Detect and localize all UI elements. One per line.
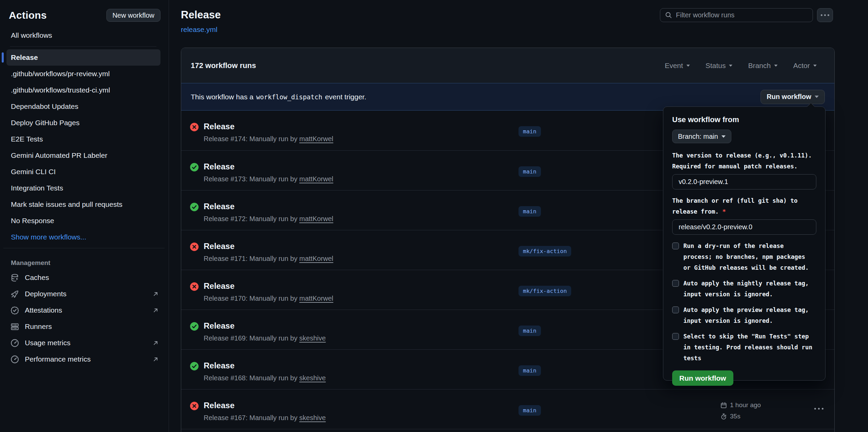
sidebar-divider (10, 46, 156, 47)
sidebar-item-all-workflows[interactable]: All workflows (6, 27, 160, 44)
sidebar-item-mark-stale-issues-and-pull-requests[interactable]: Mark stale issues and pull requests (6, 196, 160, 213)
run-description: Release #172: Manually run by mattKorwel (204, 215, 333, 223)
banner-text: This workflow has aworkflow_dispatcheven… (191, 93, 366, 101)
version-input-label: The version to release (e.g., v0.1.11). … (672, 150, 816, 172)
run-link[interactable]: ReleaseRelease #174: Manually run by mat… (190, 122, 333, 143)
run-title[interactable]: Release (204, 361, 326, 370)
actor-link[interactable]: mattKorwel (299, 295, 333, 302)
sidebar-item-performance-metrics[interactable]: Performance metrics (0, 351, 169, 367)
branch-badge[interactable]: main (518, 166, 541, 177)
checkbox-input-1[interactable] (672, 280, 679, 287)
branch-badge[interactable]: main (518, 365, 541, 376)
run-link[interactable]: ReleaseRelease #167: Manually run by ske… (190, 401, 326, 422)
filter-status[interactable]: Status (705, 62, 733, 70)
verified-icon (11, 306, 19, 315)
version-input[interactable] (672, 174, 816, 189)
checkbox-input-2[interactable] (672, 306, 679, 313)
checkbox-input-0[interactable] (672, 243, 679, 249)
sidebar-item-deployments[interactable]: Deployments (0, 286, 169, 302)
sidebar-item-deploy-github-pages[interactable]: Deploy GitHub Pages (6, 115, 160, 131)
run-title[interactable]: Release (204, 162, 333, 171)
actor-link[interactable]: skeshive (299, 334, 326, 342)
chevron-down-icon (729, 65, 732, 67)
run-title[interactable]: Release (204, 242, 333, 251)
new-workflow-button[interactable]: New workflow (106, 9, 160, 22)
actor-link[interactable]: skeshive (299, 374, 326, 382)
branch-badge[interactable]: main (518, 126, 541, 137)
runs-filters: EventStatusBranchActor (665, 62, 817, 70)
runs-header: 172 workflow runs EventStatusBranchActor (181, 48, 834, 83)
run-title[interactable]: Release (204, 202, 333, 211)
sidebar-item--github-workflows-trusted-ci-yml[interactable]: .github/workflows/trusted-ci.yml (6, 82, 160, 98)
branch-badge[interactable]: main (518, 206, 541, 217)
run-description: Release #167: Manually run by skeshive (204, 414, 326, 422)
sidebar-item-dependabot-updates[interactable]: Dependabot Updates (6, 98, 160, 115)
sidebar-item-release[interactable]: Release (6, 49, 160, 66)
panel-heading: Use workflow from (672, 115, 816, 124)
run-link[interactable]: ReleaseRelease #168: Manually run by ske… (190, 361, 326, 382)
workflow-dispatch-code: workflow_dispatch (256, 93, 322, 101)
run-description: Release #171: Manually run by mattKorwel (204, 255, 333, 263)
sidebar-item-e2e-tests[interactable]: E2E Tests (6, 131, 160, 147)
sidebar-title: Actions (9, 10, 47, 21)
filter-workflow-runs-box (660, 8, 813, 22)
run-workflow-dropdown-button[interactable]: Run workflow (761, 90, 825, 104)
sidebar-item-integration-tests[interactable]: Integration Tests (6, 180, 160, 196)
checkbox-label: Auto apply the nightly release tag, inpu… (683, 278, 813, 300)
branch-select-button[interactable]: Branch: main (672, 130, 731, 143)
actor-link[interactable]: mattKorwel (299, 215, 333, 222)
sidebar-divider (3, 248, 165, 248)
sidebar-item-runners[interactable]: Runners (0, 318, 169, 335)
actor-link[interactable]: mattKorwel (299, 175, 333, 183)
show-more-workflows-link[interactable]: Show more workflows... (6, 229, 160, 245)
check-circle-icon (190, 163, 199, 171)
actor-link[interactable]: skeshive (299, 414, 326, 421)
actor-link[interactable]: mattKorwel (299, 255, 333, 262)
checkbox-input-3[interactable] (672, 333, 679, 340)
required-asterisk: * (722, 208, 726, 215)
run-workflow-panel: Use workflow from Branch: main The versi… (663, 106, 826, 381)
panel-checkbox-row: Auto apply the nightly release tag, inpu… (672, 278, 816, 300)
ref-input[interactable] (672, 219, 816, 235)
run-link[interactable]: ReleaseRelease #169: Manually run by ske… (190, 321, 326, 342)
run-link[interactable]: ReleaseRelease #173: Manually run by mat… (190, 162, 333, 183)
sidebar-item-gemini-cli-ci[interactable]: Gemini CLI CI (6, 164, 160, 180)
run-link[interactable]: ReleaseRelease #172: Manually run by mat… (190, 202, 333, 223)
chevron-down-icon (721, 135, 726, 138)
workflow-options-kebab-button[interactable] (817, 8, 833, 22)
sidebar-item-label: Performance metrics (25, 355, 91, 363)
sidebar-item-usage-metrics[interactable]: Usage metrics (0, 335, 169, 351)
meter-icon (11, 355, 19, 364)
runs-count: 172 workflow runs (191, 61, 256, 70)
run-link[interactable]: ReleaseRelease #171: Manually run by mat… (190, 242, 333, 263)
sidebar-item--github-workflows-pr-review-yml[interactable]: .github/workflows/pr-review.yml (6, 66, 160, 82)
management-list: CachesDeploymentsAttestationsRunnersUsag… (0, 269, 169, 367)
panel-checkbox-row: Select to skip the "Run Tests" step in t… (672, 331, 816, 364)
actor-link[interactable]: mattKorwel (299, 135, 333, 143)
sidebar-item-label: Caches (25, 273, 49, 282)
run-description: Release #170: Manually run by mattKorwel (204, 295, 333, 302)
branch-badge[interactable]: mk/fix-action (518, 286, 571, 296)
sidebar-item-attestations[interactable]: Attestations (0, 302, 169, 318)
filter-workflow-runs-input[interactable] (676, 11, 808, 19)
sidebar-item-no-response[interactable]: No Response (6, 213, 160, 229)
run-link[interactable]: ReleaseRelease #170: Manually run by mat… (190, 281, 333, 302)
filter-event[interactable]: Event (665, 62, 690, 70)
filter-branch[interactable]: Branch (748, 62, 778, 70)
sidebar-item-gemini-automated-pr-labeler[interactable]: Gemini Automated PR Labeler (6, 147, 160, 164)
run-title[interactable]: Release (204, 401, 326, 410)
branch-badge[interactable]: mk/fix-action (518, 246, 571, 256)
run-description: Release #174: Manually run by mattKorwel (204, 135, 333, 143)
run-title[interactable]: Release (204, 122, 333, 131)
run-title[interactable]: Release (204, 321, 326, 331)
filter-actor[interactable]: Actor (793, 62, 817, 70)
checkbox-label: Auto apply the preview release tag, inpu… (683, 304, 813, 326)
check-circle-icon (190, 362, 199, 370)
run-workflow-submit-button[interactable]: Run workflow (672, 370, 733, 386)
branch-badge[interactable]: main (518, 326, 541, 336)
run-title[interactable]: Release (204, 281, 333, 291)
branch-badge[interactable]: main (518, 405, 541, 416)
sidebar-item-caches[interactable]: Caches (0, 269, 169, 286)
run-options-kebab-button[interactable] (814, 408, 823, 410)
workflow-file-link[interactable]: release.yml (181, 26, 217, 34)
